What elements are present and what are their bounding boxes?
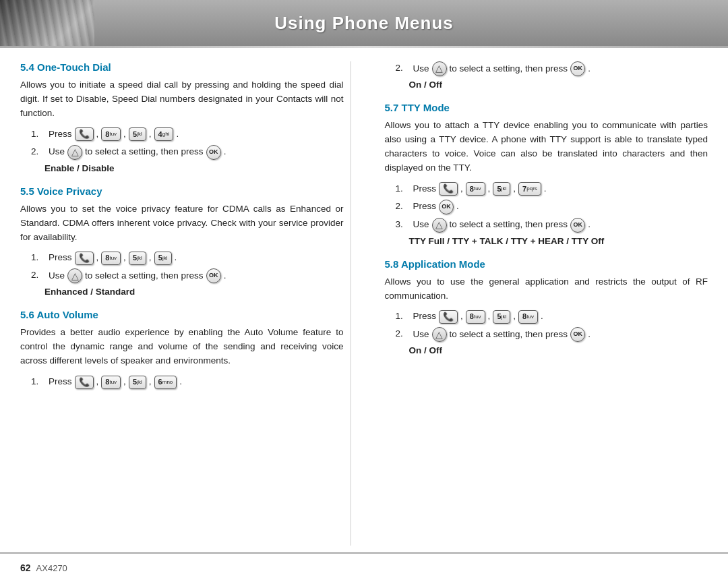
key-phone: 📞 (439, 182, 458, 196)
option-5-7: TTY Full / TTY + TALK / TTY + HEAR / TTY… (409, 236, 708, 246)
step-text2: to select a setting, then press (450, 328, 568, 342)
step-content: Use △ to select a setting, then press OK… (413, 218, 590, 233)
key-ok: OK (570, 61, 585, 76)
option-5-4: Enable / Disable (44, 163, 344, 173)
key-4ghi: 4ghi (154, 127, 174, 141)
key-phone: 📞 (439, 310, 458, 324)
section-5-6-cont: 2. Use △ to select a setting, then press… (385, 61, 708, 90)
step-num: 2. (396, 61, 411, 76)
step-text: Press (49, 127, 72, 142)
comma: , (123, 251, 126, 265)
step-content: Press 📞 , 8tuv , 5jkl , 8tuv . (413, 310, 543, 324)
key-phone: 📞 (75, 376, 94, 389)
step-text2: to select a setting, then press (85, 145, 204, 159)
section-5-6-body: Provides a better audio experience by en… (20, 326, 344, 368)
section-5-5-title: 5.5 Voice Privacy (20, 185, 344, 197)
step-5-5-2: 2. Use △ to select a setting, then press… (31, 268, 344, 283)
period: . (541, 310, 543, 324)
period: . (224, 269, 226, 283)
key-5jkl-2: 5jkl (154, 252, 172, 265)
period: . (175, 251, 177, 265)
key-phone: 📞 (75, 127, 94, 141)
section-5-7: 5.7 TTY Mode Allows you to attach a TTY … (385, 102, 708, 246)
section-5-7-title: 5.7 TTY Mode (385, 102, 708, 113)
nav-key: △ (432, 218, 447, 233)
section-5-8-body: Allows you to use the general applicatio… (385, 275, 708, 303)
key-6mno: 6mno (154, 376, 177, 389)
step-5-4-1: 1. Press 📞 , 8tuv , 5jkl , 4ghi . (31, 127, 344, 142)
step-content: Use △ to select a setting, then press OK… (413, 327, 590, 342)
key-8tuv: 8tuv (466, 310, 485, 324)
step-text: Press (413, 200, 437, 214)
page-header: Using Phone Menus (0, 0, 728, 46)
left-column: 5.4 One-Touch Dial Allows you to initiat… (20, 61, 351, 546)
section-5-8-title: 5.8 Application Mode (385, 258, 708, 270)
step-num: 1. (396, 310, 411, 324)
section-5-6-title: 5.6 Auto Volume (20, 309, 344, 320)
step-5-7-1: 1. Press 📞 , 8tuv , 5jkl , 7pqrs . (396, 182, 708, 196)
comma: , (149, 375, 152, 389)
step-content: Press OK . (413, 200, 459, 214)
period: . (176, 127, 179, 142)
section-5-5-body: Allows you to set the voice privacy feat… (20, 202, 344, 245)
step-num: 1. (396, 182, 411, 196)
step-text: Use (49, 145, 65, 159)
comma: , (149, 251, 152, 265)
key-5jkl: 5jkl (493, 182, 510, 196)
key-8tuv: 8tuv (101, 252, 121, 265)
comma: , (96, 251, 99, 265)
step-text: Press (413, 310, 437, 324)
key-phone: 📞 (75, 252, 94, 265)
step-text: Use (49, 269, 65, 283)
header-image (0, 0, 94, 46)
nav-key: △ (67, 145, 82, 160)
key-7pqrs: 7pqrs (518, 182, 541, 196)
step-num: 2. (31, 268, 46, 283)
step-content: Press 📞 , 8tuv , 5jkl , 7pqrs . (413, 182, 547, 196)
key-8tuv-2: 8tuv (518, 310, 538, 324)
step-num: 1. (31, 375, 46, 389)
option-5-5: Enhanced / Standard (44, 287, 344, 297)
comma: , (123, 375, 126, 389)
step-num: 3. (396, 218, 411, 232)
step-5-7-3: 3. Use △ to select a setting, then press… (396, 218, 708, 233)
key-ok: OK (206, 145, 221, 160)
step-content: Use △ to select a setting, then press OK… (413, 61, 590, 76)
comma: , (96, 127, 99, 142)
step-content: Press 📞 , 8tuv , 5jkl , 6mno . (49, 375, 182, 389)
step-num: 2. (31, 145, 46, 159)
step-text: Press (413, 182, 437, 196)
step-5-7-2: 2. Press OK . (396, 200, 708, 214)
comma: , (96, 375, 99, 389)
step-text2: to select a setting, then press (450, 62, 568, 76)
period: . (224, 145, 226, 159)
section-5-7-body: Allows you to attach a TTY device enabli… (385, 119, 708, 175)
comma: , (149, 127, 152, 142)
step-text: Use (413, 62, 429, 76)
main-content: 5.4 One-Touch Dial Allows you to initiat… (0, 48, 728, 552)
page-title: Using Phone Menus (94, 13, 728, 34)
key-5jkl: 5jkl (129, 252, 146, 265)
step-text: Use (413, 218, 429, 232)
key-ok: OK (439, 200, 454, 214)
step-text: Use (413, 328, 429, 342)
model-number: AX4270 (36, 563, 67, 573)
comma: , (513, 310, 516, 324)
step-content: Use △ to select a setting, then press OK… (49, 145, 226, 160)
page-footer: 62 AX4270 (0, 552, 728, 582)
step-5-5-1: 1. Press 📞 , 8tuv , 5jkl , 5jkl . (31, 251, 344, 265)
section-5-4: 5.4 One-Touch Dial Allows you to initiat… (20, 61, 344, 173)
comma: , (488, 310, 491, 324)
key-8tuv: 8tuv (101, 376, 121, 389)
period: . (588, 328, 590, 342)
key-ok: OK (570, 327, 585, 342)
nav-key: △ (432, 61, 447, 76)
section-5-6: 5.6 Auto Volume Provides a better audio … (20, 309, 344, 389)
period: . (544, 182, 547, 196)
step-text: Press (49, 251, 72, 265)
comma: , (123, 127, 126, 142)
key-ok: OK (206, 268, 221, 283)
comma: , (460, 310, 463, 324)
section-5-4-title: 5.4 One-Touch Dial (20, 61, 344, 73)
period: . (179, 375, 182, 389)
